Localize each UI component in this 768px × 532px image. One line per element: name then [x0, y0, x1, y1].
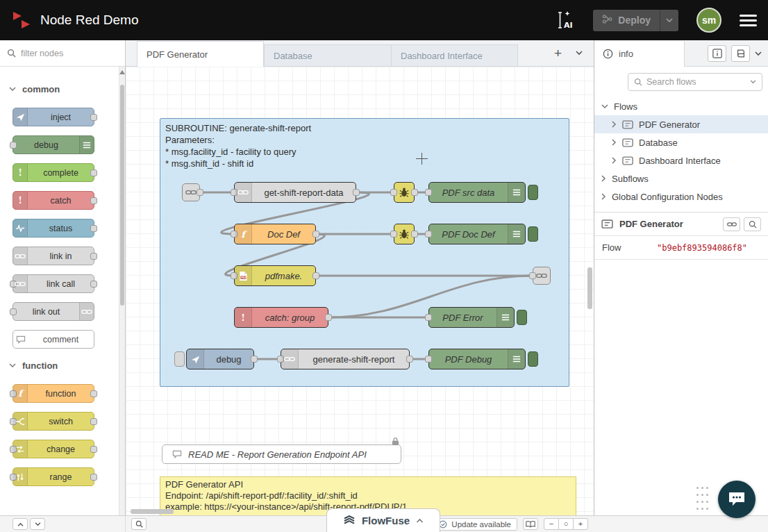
- node-output-port[interactable]: [90, 418, 97, 425]
- palette-collapse-all-button[interactable]: [12, 518, 28, 530]
- chat-drag-handle[interactable]: [696, 487, 711, 515]
- tree-item-database[interactable]: Database: [594, 133, 768, 151]
- palette-category-header-common[interactable]: common: [0, 79, 119, 99]
- node-output-port[interactable]: [312, 231, 319, 238]
- canvas-vertical-scrollbar-thumb[interactable]: [587, 267, 592, 309]
- zoom-out-button[interactable]: −: [544, 518, 559, 530]
- palette-node-catch[interactable]: !catch: [12, 191, 94, 210]
- palette-node-link-in[interactable]: link in: [12, 247, 94, 265]
- search-flows-button[interactable]: [131, 518, 147, 530]
- tree-item-pdf-generator[interactable]: PDF Generator: [594, 115, 768, 133]
- node-input-port[interactable]: [390, 231, 397, 238]
- chat-widget-button[interactable]: [718, 481, 756, 518]
- node-output-port[interactable]: [90, 197, 97, 204]
- debug-toggle-button[interactable]: [528, 185, 538, 200]
- search-flow-button[interactable]: [744, 217, 761, 231]
- node-input-port[interactable]: [529, 272, 536, 279]
- palette-node-comment[interactable]: comment: [12, 330, 94, 349]
- node-output-port[interactable]: [90, 390, 97, 397]
- palette-category-header-function[interactable]: function: [0, 356, 119, 375]
- update-available-button[interactable]: Update available: [433, 518, 517, 531]
- tab-pdf-generator[interactable]: PDF Generator: [137, 41, 264, 67]
- debug-toggle-button[interactable]: [517, 310, 527, 325]
- node-input-port[interactable]: [10, 142, 17, 149]
- canvas-surface[interactable]: SUBROUTINE: generate-shift-report Parame…: [126, 67, 594, 515]
- tab-database[interactable]: Database: [264, 44, 391, 66]
- tab-info[interactable]: info: [594, 41, 685, 67]
- tree-item-flows[interactable]: Flows: [594, 97, 768, 115]
- palette-node-link-call[interactable]: link call: [12, 274, 94, 293]
- palette-node-inject[interactable]: inject: [12, 108, 94, 126]
- palette-node-range[interactable]: range: [12, 467, 94, 486]
- tree-item-global-configuration-nodes[interactable]: Global Configuration Nodes: [594, 188, 768, 206]
- node-pdf-debug[interactable]: PDF Debug: [428, 349, 526, 369]
- tab-list-caret[interactable]: [576, 51, 583, 56]
- copy-link-button[interactable]: [723, 217, 740, 231]
- node-output-port[interactable]: [411, 231, 418, 238]
- inject-button[interactable]: [174, 351, 185, 367]
- palette-node-function[interactable]: ffunction: [12, 384, 94, 403]
- node-input-port[interactable]: [425, 231, 432, 238]
- flows-search-input[interactable]: [646, 77, 746, 87]
- node-output-port[interactable]: [90, 114, 97, 121]
- node-output-port[interactable]: [353, 189, 360, 196]
- node-link-in-1[interactable]: [182, 183, 200, 201]
- main-menu-button[interactable]: [740, 12, 757, 29]
- node-link-out-1[interactable]: [533, 267, 551, 285]
- flowfuse-panel-button[interactable]: FlowFuse: [326, 508, 440, 532]
- debug-toggle-button[interactable]: [528, 226, 538, 242]
- tab-dashboard-interface[interactable]: Dashboard Interface: [391, 44, 518, 66]
- palette-node-debug[interactable]: debug: [12, 135, 94, 154]
- node-output-port[interactable]: [325, 314, 332, 321]
- node-bug-1[interactable]: [394, 182, 415, 203]
- tree-item-subflows[interactable]: Subflows: [594, 169, 768, 188]
- palette-node-link-out[interactable]: link out: [12, 302, 94, 321]
- node-output-port[interactable]: [406, 356, 413, 363]
- node-output-port[interactable]: [90, 474, 97, 481]
- palette-filter-input[interactable]: [21, 49, 133, 58]
- node-output-port[interactable]: [90, 225, 97, 232]
- palette-node-complete[interactable]: !complete: [12, 163, 94, 182]
- node-input-port[interactable]: [425, 189, 432, 196]
- palette-scrollbar-thumb[interactable]: [120, 85, 124, 306]
- node-input-port[interactable]: [10, 308, 17, 315]
- node-get-shift-report-data[interactable]: get-shift-report-data: [234, 182, 356, 203]
- node-output-port[interactable]: [411, 189, 418, 196]
- deploy-options-caret[interactable]: [660, 10, 678, 31]
- add-flow-button[interactable]: +: [554, 47, 562, 60]
- node-bug-2[interactable]: [394, 224, 415, 244]
- node-output-port[interactable]: [90, 253, 97, 260]
- sidebar-tab-info-button[interactable]: [708, 45, 726, 62]
- node-pdfmake[interactable]: PDFpdfmake.: [234, 265, 316, 286]
- node-generate-shift-report[interactable]: generate-shift-report: [281, 349, 410, 369]
- node-output-port[interactable]: [90, 169, 97, 176]
- node-output-port[interactable]: [197, 189, 203, 196]
- node-output-port[interactable]: [312, 272, 319, 279]
- zoom-reset-button[interactable]: ○: [558, 518, 574, 530]
- node-output-port[interactable]: [251, 356, 258, 363]
- ai-assistant-button[interactable]: AI: [553, 10, 575, 31]
- node-output-port[interactable]: [90, 446, 97, 453]
- sidebar-tab-help-button[interactable]: [731, 45, 750, 62]
- node-input-port[interactable]: [390, 189, 397, 196]
- node-input-port[interactable]: [425, 356, 432, 363]
- user-avatar[interactable]: sm: [696, 8, 721, 33]
- palette-expand-all-button[interactable]: [30, 518, 45, 530]
- node-pdf-error[interactable]: PDF Error: [428, 307, 515, 328]
- node-pdf-src-data[interactable]: PDF src data: [428, 182, 526, 203]
- node-catch-group[interactable]: !catch: group: [234, 307, 328, 328]
- guide-book-button[interactable]: [523, 518, 538, 530]
- node-pdf-doc-def[interactable]: PDF Doc Def: [428, 224, 526, 244]
- sidebar-tabs-menu-caret[interactable]: [755, 51, 762, 56]
- palette-node-status[interactable]: status: [12, 219, 94, 238]
- node-input-port[interactable]: [425, 314, 432, 321]
- node-output-port[interactable]: [90, 281, 97, 288]
- flows-search[interactable]: [628, 73, 762, 91]
- deploy-button[interactable]: Deploy: [593, 10, 660, 31]
- palette-node-change[interactable]: change: [12, 440, 94, 458]
- node-doc-def[interactable]: fDoc Def: [234, 224, 316, 244]
- zoom-in-button[interactable]: +: [573, 518, 588, 530]
- tree-item-dashboard-interface[interactable]: Dashboard Interface: [594, 151, 768, 169]
- palette-node-switch[interactable]: switch: [12, 412, 94, 431]
- comment-node[interactable]: READ ME - Report Generation Endpoint API: [162, 444, 401, 464]
